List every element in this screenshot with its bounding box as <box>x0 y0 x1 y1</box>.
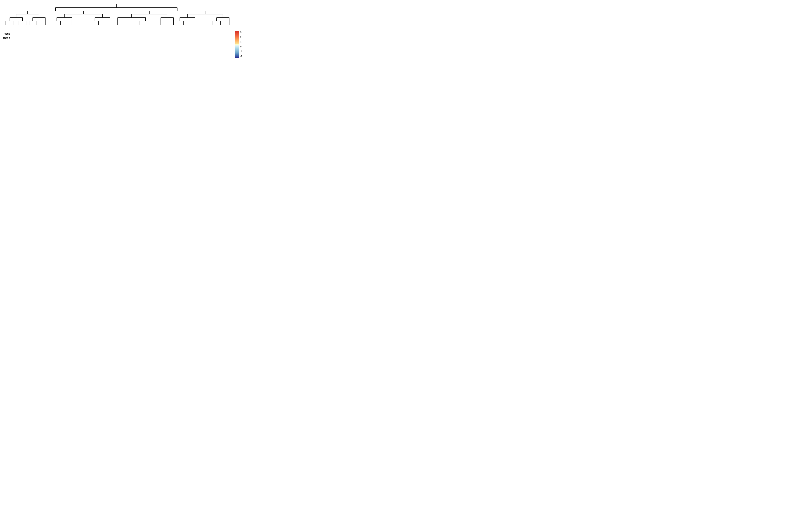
batch-bar-label: Batch <box>2 36 10 39</box>
tissue-bar-row: Tissue <box>2 32 230 36</box>
batch-legend-block <box>235 63 264 63</box>
colorbar-label-neg1: -1 <box>240 50 242 53</box>
annotation-bars: Tissue Batch <box>2 32 230 39</box>
colorbar-label-0: 0 <box>240 45 242 48</box>
heatmap-body <box>2 39 230 175</box>
tissue-bar <box>11 32 230 36</box>
dendrogram-svg <box>2 3 230 32</box>
heatmap-section: Tissue Batch <box>2 2 235 175</box>
legend-section: 3 2 1 0 -1 -2 <box>235 2 266 175</box>
colorbar-label-neg2: -2 <box>240 55 242 58</box>
batch-bar-row: Batch <box>2 36 230 39</box>
colorbar-label-3: 3 <box>240 31 242 34</box>
row-labels <box>230 39 230 175</box>
colorbar-container: 3 2 1 0 -1 -2 <box>235 31 264 58</box>
main-container: Tissue Batch 3 2 1 0 -1 -2 <box>0 0 266 177</box>
tissue-legend-block <box>235 60 264 60</box>
colorbar-label-1: 1 <box>240 41 242 43</box>
colorbar <box>235 31 239 58</box>
batch-bar <box>11 36 230 39</box>
colorbar-labels: 3 2 1 0 -1 -2 <box>240 31 242 58</box>
dendrogram <box>2 3 230 32</box>
heatmap-grid <box>2 39 230 175</box>
colorbar-label-2: 2 <box>240 36 242 38</box>
tissue-bar-label: Tissue <box>2 32 10 35</box>
